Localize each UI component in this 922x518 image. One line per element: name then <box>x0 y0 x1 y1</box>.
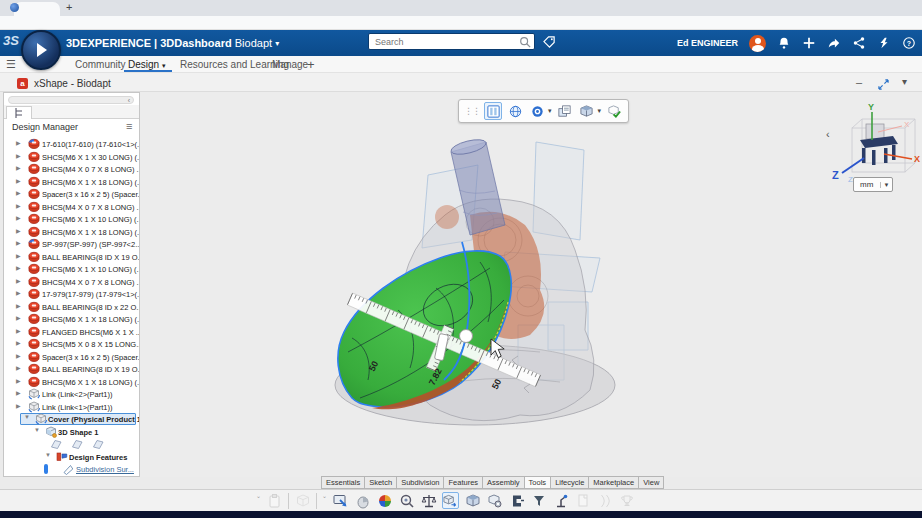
browser-tab[interactable] <box>14 2 60 16</box>
drag-handle[interactable]: ⋮⋮ <box>464 106 480 116</box>
tree-item[interactable]: ▶BHCS(M6 X 1 X 18 LONG) (... <box>4 376 139 389</box>
tree-item-design-features[interactable]: ▼Design Features <box>4 451 139 464</box>
expand-arrow-icon[interactable]: ▶ <box>16 314 21 321</box>
panel-menu-icon[interactable]: ≡ <box>126 120 132 132</box>
scale-icon[interactable] <box>420 492 437 509</box>
tab-design[interactable]: Design ▾ <box>128 59 165 70</box>
tree-item[interactable]: ▶FHCS(M6 X 1 X 10 LONG) (... <box>4 213 139 226</box>
collapse-arrow-icon[interactable]: ▼ <box>24 414 30 420</box>
cup-icon[interactable] <box>618 492 635 509</box>
3d-scene[interactable]: 50 7.82 50 <box>140 92 922 477</box>
ribbon-tab-lifecycle[interactable]: Lifecycle <box>550 476 589 489</box>
tree-item[interactable]: ▶Link (Link<1>(Part1)) <box>4 401 139 414</box>
dropdown-caret-icon[interactable]: ▾ <box>598 107 602 115</box>
view-cube-icon[interactable] <box>578 102 596 120</box>
ribbon-tab-subdivision[interactable]: Subdivision <box>396 476 444 489</box>
collapse-arrow-icon[interactable]: ▼ <box>45 452 51 458</box>
tab-manage[interactable]: Manage <box>272 59 308 70</box>
tree-item[interactable]: ▶BHCS(M6 X 1 X 18 LONG) (... <box>4 313 139 326</box>
expand-arrow-icon[interactable]: ▶ <box>16 364 21 371</box>
tree-view-tab[interactable] <box>6 106 32 119</box>
collapse-app-button[interactable]: ▾ <box>902 76 907 87</box>
expand-arrow-icon[interactable]: ▶ <box>16 189 21 196</box>
expand-arrow-icon[interactable]: ▶ <box>16 327 21 334</box>
tree-item[interactable]: ▶Link (Link<2>(Part1)) <box>4 388 139 401</box>
sheet-icon[interactable] <box>574 492 591 509</box>
filter-layers-icon[interactable] <box>556 102 574 120</box>
units-dropdown[interactable]: mm ▼ <box>853 177 893 192</box>
tree-item-3d-shape[interactable]: ▼3D Shape 1 <box>4 426 139 439</box>
tree-item[interactable]: ▶BHCS(M6 X 1 X 18 LONG) (... <box>4 226 139 239</box>
tree-item[interactable]: ▶FLANGED BHCS(M6 X 1 X ... <box>4 326 139 339</box>
tree-item[interactable]: ▶BHCS(M4 X 0 7 X 8 LONG) ... <box>4 163 139 176</box>
ribbon-tab-essentials[interactable]: Essentials <box>321 476 365 489</box>
expand-arrow-icon[interactable]: ▶ <box>16 202 21 209</box>
expand-arrow-icon[interactable]: ▶ <box>16 277 21 284</box>
expand-arrow-icon[interactable]: ▶ <box>16 352 21 359</box>
expand-arrow-icon[interactable]: ▶ <box>16 289 21 296</box>
cube-gear-icon[interactable] <box>486 492 503 509</box>
platform-title[interactable]: 3DEXPERIENCE | 3DDashboard Biodapt ▾ <box>66 37 279 49</box>
globe-icon[interactable] <box>506 102 524 120</box>
funnel-icon[interactable] <box>530 492 547 509</box>
render-style-icon[interactable] <box>528 102 546 120</box>
tree-item[interactable]: ▶SHCS(M6 X 1 X 30 LONG) (... <box>4 151 139 164</box>
ghost-cube-icon[interactable] <box>294 492 311 509</box>
add-icon[interactable] <box>802 36 816 50</box>
ribbon-tab-marketplace[interactable]: Marketplace <box>588 476 639 489</box>
expand-arrow-icon[interactable]: ▶ <box>16 252 21 259</box>
tree-item[interactable]: ▶Spacer(3 x 16 x 2 5) (Spacer... <box>4 351 139 364</box>
expand-arrow-icon[interactable]: ▶ <box>16 339 21 346</box>
section-box-icon[interactable] <box>464 492 481 509</box>
paste-icon[interactable] <box>266 492 283 509</box>
ribbon-tab-view[interactable]: View <box>638 476 664 489</box>
search-input[interactable] <box>369 37 519 47</box>
menu-icon[interactable]: ☰ <box>6 58 16 71</box>
toolbox-icon[interactable] <box>877 36 891 50</box>
minimize-button[interactable]: – <box>856 76 862 88</box>
ribbon-tab-tools[interactable]: Tools <box>524 476 552 489</box>
validate-check-icon[interactable] <box>605 102 623 120</box>
tree-item[interactable]: ▶BALL BEARING(8 ID x 22 O... <box>4 301 139 314</box>
share-icon[interactable] <box>827 36 841 50</box>
expand-arrow-icon[interactable]: ▶ <box>16 302 21 309</box>
user-name[interactable]: Ed ENGINEER <box>677 38 738 48</box>
model-display-icon[interactable] <box>484 102 502 120</box>
expand-arrow-icon[interactable]: ▶ <box>16 377 21 384</box>
search-icon[interactable] <box>519 36 531 48</box>
expand-arrow-icon[interactable]: ▶ <box>16 177 21 184</box>
tree-item-subdivision-surface[interactable]: Subdivision Sur... <box>4 463 139 476</box>
expand-button[interactable] <box>878 79 889 90</box>
tree-item[interactable]: ▶SHCS(M5 X 0 8 X 15 LONG... <box>4 338 139 351</box>
measure-arm-icon[interactable] <box>552 492 569 509</box>
panel-scrollbar[interactable]: ‹ <box>8 96 134 104</box>
expand-arrow-icon[interactable]: ▶ <box>16 164 21 171</box>
expand-arrow-icon[interactable]: ▶ <box>16 227 21 234</box>
dropdown-caret-icon[interactable]: ▾ <box>548 107 552 115</box>
share-network-icon[interactable] <box>852 36 866 50</box>
expand-arrow-icon[interactable]: ▶ <box>16 139 21 146</box>
tree-item[interactable]: ▶Spacer(3 x 16 x 2 5) (Spacer... <box>4 188 139 201</box>
tab-community[interactable]: Community <box>75 59 126 70</box>
tree-item[interactable]: ▶FHCS(M6 X 1 X 10 LONG) (... <box>4 263 139 276</box>
clamp-icon[interactable] <box>508 492 525 509</box>
avatar[interactable] <box>749 35 766 52</box>
overflow-chevron-icon[interactable]: ⌄ <box>256 492 261 499</box>
expand-arrow-icon[interactable]: ▶ <box>16 402 21 409</box>
notifications-icon[interactable] <box>777 36 791 50</box>
tree-item-cover[interactable]: ▼Cover (Physical Product 1.1) <box>4 413 139 426</box>
new-tab-button[interactable]: + <box>66 1 72 13</box>
tree-item[interactable]: ▶SP-997(SP-997) (SP-997<2... <box>4 238 139 251</box>
expand-arrow-icon[interactable]: ▶ <box>16 239 21 246</box>
expand-arrow-icon[interactable]: ▶ <box>16 214 21 221</box>
tag-icon[interactable] <box>543 36 556 49</box>
tree-item[interactable]: ▶BHCS(M6 X 1 X 18 LONG) (... <box>4 176 139 189</box>
compass-icon[interactable] <box>21 30 61 70</box>
ribbon-tab-assembly[interactable]: Assembly <box>482 476 525 489</box>
overflow-chevron-icon[interactable]: ⌄ <box>322 492 327 499</box>
tree-item[interactable]: ▶17-979(17-979) (17-979<1>(... <box>4 288 139 301</box>
trim-icon[interactable] <box>596 492 613 509</box>
display-icon[interactable] <box>332 492 349 509</box>
mouse-icon[interactable] <box>354 492 371 509</box>
search-box[interactable] <box>368 33 535 50</box>
